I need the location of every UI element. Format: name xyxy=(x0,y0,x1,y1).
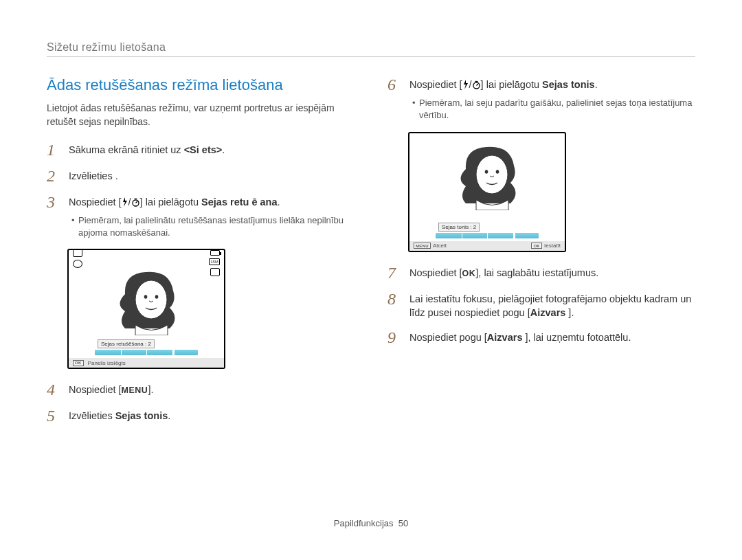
step-text: Nospiediet pogu [Aizvars ], lai uzņemtu … xyxy=(409,332,631,343)
slider-label: Sejas tonis : 2 xyxy=(438,223,480,232)
step-number: 5 xyxy=(47,407,60,424)
svg-point-1 xyxy=(135,280,167,319)
step-number: 9 xyxy=(387,329,401,346)
menu-button-label: MENU xyxy=(122,385,148,395)
step-number: 8 xyxy=(387,291,401,307)
panel-off-text: Panelis izslēgts xyxy=(88,360,126,366)
resolution-badge: 15M xyxy=(209,258,220,265)
battery-icon xyxy=(210,250,220,256)
svg-point-7 xyxy=(496,170,499,174)
flash-icon xyxy=(122,197,128,210)
step-text: Nospiediet [/] lai pielāgotu Sejas tonis… xyxy=(409,79,598,90)
step-1: 1 Sākuma ekrānā ritiniet uz <Si ets>. xyxy=(47,142,355,158)
step-9: 9 Nospiediet pogu [Aizvars ], lai uzņemt… xyxy=(387,329,695,346)
ok-button-hint: OK xyxy=(531,243,542,249)
svg-point-3 xyxy=(155,295,159,299)
metering-icon xyxy=(73,260,82,268)
retouch-slider xyxy=(95,350,198,355)
storage-icon xyxy=(210,268,220,276)
step-5: 5 Izvēlieties Sejas tonis. xyxy=(47,407,355,424)
right-column: 6 Nospiediet [/] lai pielāgotu Sejas ton… xyxy=(387,76,695,434)
footer-page-number: 50 xyxy=(398,518,408,528)
step-number: 6 xyxy=(387,76,401,93)
menu-button-hint: MENU xyxy=(414,243,431,249)
portrait-illustration xyxy=(452,142,535,210)
tone-slider xyxy=(436,233,539,238)
portrait-illustration xyxy=(111,267,194,335)
svg-point-5 xyxy=(476,155,508,194)
mode-icon xyxy=(73,249,82,257)
step-number: 3 xyxy=(47,194,60,210)
step-number: 4 xyxy=(47,381,60,398)
svg-point-2 xyxy=(144,295,148,299)
step-8: 8 Lai iestatītu fokusu, pielāgojiet foto… xyxy=(387,291,695,320)
ok-button-label: OK xyxy=(462,269,476,278)
step-4: 4 Nospiediet [MENU]. xyxy=(47,381,355,398)
page-footer: Papildfunkcijas 50 xyxy=(0,518,742,528)
step-text: Sākuma ekrānā ritiniet uz <Si ets>. xyxy=(69,144,225,155)
flash-icon xyxy=(462,79,469,93)
step-2: 2 Izvēlieties . xyxy=(47,168,355,184)
camera-screen-tone: Sejas tonis : 2 MENU Atcelt OK xyxy=(408,132,566,252)
cancel-text: Atcelt xyxy=(433,243,447,249)
step-7: 7 Nospiediet [OK], lai saglabātu iestatī… xyxy=(387,265,695,281)
section-intro: Lietojot ādas retušēšanas režīmu, var uz… xyxy=(47,101,355,129)
timer-icon xyxy=(131,197,140,210)
slider-label: Sejas retušēšana : 2 xyxy=(98,339,155,348)
step-text: Izvēlieties . xyxy=(69,170,118,181)
step-6: 6 Nospiediet [/] lai pielāgotu Sejas ton… xyxy=(387,76,695,122)
step-bullet: Piemēram, lai palielinātu retušēšanas ie… xyxy=(69,214,355,239)
step-number: 7 xyxy=(387,265,401,281)
step-text: Nospiediet [MENU]. xyxy=(69,384,153,395)
section-heading: Ādas retušēšanas režīma lietošana xyxy=(47,76,355,94)
step-text: Izvēlieties Sejas tonis. xyxy=(69,410,170,421)
step-number: 2 xyxy=(47,168,60,184)
step-text: Lai iestatītu fokusu, pielāgojiet fotogr… xyxy=(409,293,691,318)
step-bullet: Piemēram, lai seju padarītu gaišāku, pal… xyxy=(409,97,695,122)
header-rule xyxy=(47,56,695,57)
step-number: 1 xyxy=(47,142,60,158)
ok-button-hint: OK xyxy=(73,360,84,366)
timer-icon xyxy=(472,79,481,93)
svg-point-6 xyxy=(485,170,488,174)
step-text: Nospiediet [/] lai pielāgotu Sejas retu … xyxy=(69,197,280,208)
breadcrumb: Sižetu režīmu lietošana xyxy=(47,41,695,54)
left-column: Ādas retušēšanas režīma lietošana Lietoj… xyxy=(47,76,355,434)
step-3: 3 Nospiediet [/] lai pielāgotu Sejas ret… xyxy=(47,194,355,240)
set-text: Iestatīt xyxy=(544,243,561,249)
camera-screen-retouch: 1 15M Sejas retušēšana : 2 xyxy=(67,249,225,369)
footer-chapter: Papildfunkcijas xyxy=(334,518,394,528)
step-text: Nospiediet [OK], lai saglabātu iestatīju… xyxy=(409,267,598,278)
